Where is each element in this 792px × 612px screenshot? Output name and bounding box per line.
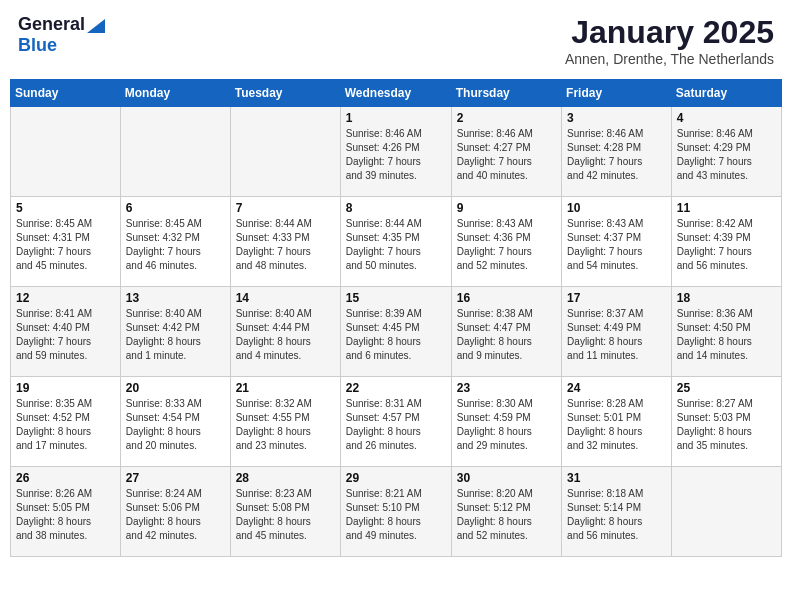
day-number: 12 xyxy=(16,291,115,305)
day-cell: 22Sunrise: 8:31 AM Sunset: 4:57 PM Dayli… xyxy=(340,377,451,467)
day-number: 10 xyxy=(567,201,666,215)
day-cell: 17Sunrise: 8:37 AM Sunset: 4:49 PM Dayli… xyxy=(562,287,672,377)
day-number: 11 xyxy=(677,201,776,215)
day-cell: 5Sunrise: 8:45 AM Sunset: 4:31 PM Daylig… xyxy=(11,197,121,287)
day-info: Sunrise: 8:28 AM Sunset: 5:01 PM Dayligh… xyxy=(567,397,666,453)
day-cell: 4Sunrise: 8:46 AM Sunset: 4:29 PM Daylig… xyxy=(671,107,781,197)
day-info: Sunrise: 8:27 AM Sunset: 5:03 PM Dayligh… xyxy=(677,397,776,453)
week-row-1: 1Sunrise: 8:46 AM Sunset: 4:26 PM Daylig… xyxy=(11,107,782,197)
day-cell: 7Sunrise: 8:44 AM Sunset: 4:33 PM Daylig… xyxy=(230,197,340,287)
day-cell: 18Sunrise: 8:36 AM Sunset: 4:50 PM Dayli… xyxy=(671,287,781,377)
day-info: Sunrise: 8:46 AM Sunset: 4:27 PM Dayligh… xyxy=(457,127,556,183)
day-info: Sunrise: 8:35 AM Sunset: 4:52 PM Dayligh… xyxy=(16,397,115,453)
day-number: 19 xyxy=(16,381,115,395)
day-cell: 14Sunrise: 8:40 AM Sunset: 4:44 PM Dayli… xyxy=(230,287,340,377)
day-cell: 20Sunrise: 8:33 AM Sunset: 4:54 PM Dayli… xyxy=(120,377,230,467)
day-info: Sunrise: 8:31 AM Sunset: 4:57 PM Dayligh… xyxy=(346,397,446,453)
day-number: 13 xyxy=(126,291,225,305)
day-info: Sunrise: 8:30 AM Sunset: 4:59 PM Dayligh… xyxy=(457,397,556,453)
day-number: 7 xyxy=(236,201,335,215)
day-info: Sunrise: 8:24 AM Sunset: 5:06 PM Dayligh… xyxy=(126,487,225,543)
day-info: Sunrise: 8:46 AM Sunset: 4:29 PM Dayligh… xyxy=(677,127,776,183)
day-info: Sunrise: 8:43 AM Sunset: 4:37 PM Dayligh… xyxy=(567,217,666,273)
day-number: 6 xyxy=(126,201,225,215)
day-cell: 13Sunrise: 8:40 AM Sunset: 4:42 PM Dayli… xyxy=(120,287,230,377)
title-section: January 2025 Annen, Drenthe, The Netherl… xyxy=(565,14,774,67)
day-info: Sunrise: 8:33 AM Sunset: 4:54 PM Dayligh… xyxy=(126,397,225,453)
day-cell: 23Sunrise: 8:30 AM Sunset: 4:59 PM Dayli… xyxy=(451,377,561,467)
day-info: Sunrise: 8:44 AM Sunset: 4:33 PM Dayligh… xyxy=(236,217,335,273)
weekday-header-thursday: Thursday xyxy=(451,80,561,107)
day-info: Sunrise: 8:43 AM Sunset: 4:36 PM Dayligh… xyxy=(457,217,556,273)
logo-icon xyxy=(87,15,105,33)
week-row-5: 26Sunrise: 8:26 AM Sunset: 5:05 PM Dayli… xyxy=(11,467,782,557)
day-number: 16 xyxy=(457,291,556,305)
day-info: Sunrise: 8:42 AM Sunset: 4:39 PM Dayligh… xyxy=(677,217,776,273)
week-row-4: 19Sunrise: 8:35 AM Sunset: 4:52 PM Dayli… xyxy=(11,377,782,467)
day-info: Sunrise: 8:18 AM Sunset: 5:14 PM Dayligh… xyxy=(567,487,666,543)
day-info: Sunrise: 8:46 AM Sunset: 4:28 PM Dayligh… xyxy=(567,127,666,183)
day-info: Sunrise: 8:37 AM Sunset: 4:49 PM Dayligh… xyxy=(567,307,666,363)
day-info: Sunrise: 8:38 AM Sunset: 4:47 PM Dayligh… xyxy=(457,307,556,363)
day-info: Sunrise: 8:44 AM Sunset: 4:35 PM Dayligh… xyxy=(346,217,446,273)
day-cell: 29Sunrise: 8:21 AM Sunset: 5:10 PM Dayli… xyxy=(340,467,451,557)
day-number: 30 xyxy=(457,471,556,485)
day-cell: 27Sunrise: 8:24 AM Sunset: 5:06 PM Dayli… xyxy=(120,467,230,557)
day-number: 3 xyxy=(567,111,666,125)
day-number: 23 xyxy=(457,381,556,395)
weekday-header-row: SundayMondayTuesdayWednesdayThursdayFrid… xyxy=(11,80,782,107)
day-cell xyxy=(11,107,121,197)
week-row-3: 12Sunrise: 8:41 AM Sunset: 4:40 PM Dayli… xyxy=(11,287,782,377)
day-number: 5 xyxy=(16,201,115,215)
day-number: 29 xyxy=(346,471,446,485)
day-number: 20 xyxy=(126,381,225,395)
day-number: 26 xyxy=(16,471,115,485)
day-number: 17 xyxy=(567,291,666,305)
day-cell: 24Sunrise: 8:28 AM Sunset: 5:01 PM Dayli… xyxy=(562,377,672,467)
day-cell: 31Sunrise: 8:18 AM Sunset: 5:14 PM Dayli… xyxy=(562,467,672,557)
header: General Blue January 2025 Annen, Drenthe… xyxy=(10,10,782,71)
day-info: Sunrise: 8:45 AM Sunset: 4:32 PM Dayligh… xyxy=(126,217,225,273)
day-cell: 9Sunrise: 8:43 AM Sunset: 4:36 PM Daylig… xyxy=(451,197,561,287)
day-number: 14 xyxy=(236,291,335,305)
day-number: 31 xyxy=(567,471,666,485)
day-cell: 6Sunrise: 8:45 AM Sunset: 4:32 PM Daylig… xyxy=(120,197,230,287)
day-number: 18 xyxy=(677,291,776,305)
day-cell: 30Sunrise: 8:20 AM Sunset: 5:12 PM Dayli… xyxy=(451,467,561,557)
day-cell: 12Sunrise: 8:41 AM Sunset: 4:40 PM Dayli… xyxy=(11,287,121,377)
day-cell: 19Sunrise: 8:35 AM Sunset: 4:52 PM Dayli… xyxy=(11,377,121,467)
day-cell: 2Sunrise: 8:46 AM Sunset: 4:27 PM Daylig… xyxy=(451,107,561,197)
day-cell: 15Sunrise: 8:39 AM Sunset: 4:45 PM Dayli… xyxy=(340,287,451,377)
day-cell: 25Sunrise: 8:27 AM Sunset: 5:03 PM Dayli… xyxy=(671,377,781,467)
day-number: 4 xyxy=(677,111,776,125)
day-cell xyxy=(120,107,230,197)
svg-marker-0 xyxy=(87,19,105,33)
weekday-header-tuesday: Tuesday xyxy=(230,80,340,107)
day-info: Sunrise: 8:40 AM Sunset: 4:42 PM Dayligh… xyxy=(126,307,225,363)
day-number: 9 xyxy=(457,201,556,215)
day-number: 28 xyxy=(236,471,335,485)
day-cell xyxy=(230,107,340,197)
day-info: Sunrise: 8:21 AM Sunset: 5:10 PM Dayligh… xyxy=(346,487,446,543)
day-number: 27 xyxy=(126,471,225,485)
day-number: 1 xyxy=(346,111,446,125)
day-number: 24 xyxy=(567,381,666,395)
day-info: Sunrise: 8:46 AM Sunset: 4:26 PM Dayligh… xyxy=(346,127,446,183)
day-number: 25 xyxy=(677,381,776,395)
day-number: 15 xyxy=(346,291,446,305)
day-info: Sunrise: 8:45 AM Sunset: 4:31 PM Dayligh… xyxy=(16,217,115,273)
logo-blue-text: Blue xyxy=(18,35,57,56)
day-number: 22 xyxy=(346,381,446,395)
weekday-header-wednesday: Wednesday xyxy=(340,80,451,107)
day-cell: 16Sunrise: 8:38 AM Sunset: 4:47 PM Dayli… xyxy=(451,287,561,377)
day-cell: 21Sunrise: 8:32 AM Sunset: 4:55 PM Dayli… xyxy=(230,377,340,467)
weekday-header-saturday: Saturday xyxy=(671,80,781,107)
calendar-table: SundayMondayTuesdayWednesdayThursdayFrid… xyxy=(10,79,782,557)
day-info: Sunrise: 8:39 AM Sunset: 4:45 PM Dayligh… xyxy=(346,307,446,363)
weekday-header-friday: Friday xyxy=(562,80,672,107)
day-number: 21 xyxy=(236,381,335,395)
day-cell: 28Sunrise: 8:23 AM Sunset: 5:08 PM Dayli… xyxy=(230,467,340,557)
day-number: 2 xyxy=(457,111,556,125)
day-info: Sunrise: 8:32 AM Sunset: 4:55 PM Dayligh… xyxy=(236,397,335,453)
day-number: 8 xyxy=(346,201,446,215)
